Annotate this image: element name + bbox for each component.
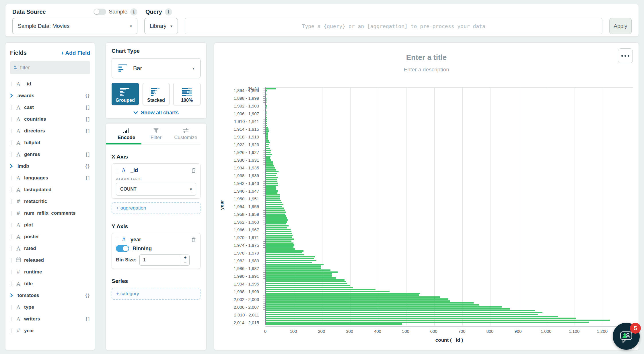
field-item-rated[interactable]: Arated (10, 242, 90, 254)
bar (266, 103, 266, 105)
field-item-poster[interactable]: Aposter (10, 231, 90, 242)
bar (266, 128, 269, 130)
field-type-badge: [] (86, 105, 90, 110)
field-filter-input[interactable] (20, 65, 87, 71)
query-input[interactable] (185, 18, 602, 34)
string-type-icon: A (15, 234, 22, 240)
field-item-cast[interactable]: Acast[] (10, 101, 90, 113)
field-item-genres[interactable]: Agenres[] (10, 148, 90, 160)
bar (266, 156, 271, 157)
chevron-right-icon[interactable] (10, 93, 13, 98)
bar (266, 212, 286, 213)
drag-handle-icon (10, 317, 12, 321)
aggregate-select[interactable]: COUNT ▾ (116, 183, 196, 195)
chart-subtype-stacked[interactable]: Stacked (143, 83, 170, 105)
chart-description-placeholder[interactable]: Enter a description (214, 67, 639, 73)
field-filter-box[interactable] (10, 61, 90, 74)
bar (266, 123, 267, 124)
field-item-lastupdated[interactable]: Alastupdated (10, 184, 90, 195)
delete-field-icon[interactable] (191, 237, 196, 242)
chart-title-placeholder[interactable]: Enter a title (214, 53, 639, 62)
field-item-directors[interactable]: Adirectors[] (10, 125, 90, 137)
y-tick-label: 1,958 - 1,959 (234, 212, 259, 216)
plot-area (265, 87, 633, 325)
binning-toggle[interactable] (116, 245, 129, 252)
x-axis-title: X Axis (112, 154, 201, 160)
bar (266, 161, 273, 163)
y-tick-label: 1,974 - 1,975 (234, 242, 259, 247)
add-category-dropzone[interactable]: + category (112, 288, 201, 300)
tab-filter[interactable]: Filter (141, 127, 171, 144)
field-type-badge: {} (85, 93, 90, 98)
add-aggregation-dropzone[interactable]: + aggregation (112, 202, 201, 214)
bar (266, 223, 286, 224)
bar (266, 173, 277, 174)
query-info-icon[interactable]: i (165, 8, 172, 15)
y-tick-label: 1,970 - 1,971 (234, 235, 259, 240)
chevron-right-icon[interactable] (10, 164, 13, 168)
field-item-year[interactable]: #year (10, 325, 90, 337)
bar (266, 273, 332, 275)
x-tick-label: 500 (402, 329, 409, 334)
bar (266, 308, 510, 310)
drag-handle-icon (10, 270, 12, 274)
bar (266, 252, 302, 253)
increment-button[interactable]: + (181, 255, 190, 260)
data-source-select[interactable]: Sample Data: Movies ▾ (12, 18, 137, 34)
bar (266, 289, 375, 290)
x-axis-tick-labels: 01002003004005006007008009001,0001,1001,… (265, 329, 633, 335)
field-item-imdb[interactable]: imdb{} (10, 160, 90, 172)
field-item-fullplot[interactable]: Afullplot (10, 137, 90, 148)
sample-toggle[interactable] (94, 9, 106, 15)
decrement-button[interactable]: − (181, 260, 190, 266)
field-item-metacritic[interactable]: #metacritic (10, 195, 90, 207)
field-item-writers[interactable]: Awriters[] (10, 313, 90, 325)
field-item-_id[interactable]: A_id (10, 78, 90, 90)
chart-subtype-100[interactable]: 100% (173, 83, 201, 105)
bar (266, 310, 535, 311)
y-tick-label: 1,922 - 1,923 (234, 142, 259, 147)
field-item-title[interactable]: Atitle (10, 278, 90, 290)
field-item-languages[interactable]: Alanguages[] (10, 172, 90, 184)
number-type-icon: # (120, 237, 127, 243)
bar (266, 194, 280, 195)
chart-type-select[interactable]: Bar ▾ (112, 58, 201, 78)
support-chat-button[interactable]: 5 (613, 323, 640, 350)
drag-handle-icon[interactable] (116, 238, 118, 242)
bar (266, 92, 266, 93)
bar (266, 296, 440, 298)
bar (266, 235, 293, 236)
y-tick-label: 1,950 - 1,951 (234, 196, 259, 201)
field-item-type[interactable]: Atype (10, 301, 90, 313)
grouped-label: Grouped (116, 98, 135, 103)
bin-size-input[interactable] (139, 254, 182, 266)
field-item-plot[interactable]: Aplot (10, 219, 90, 231)
field-name: runtime (24, 269, 42, 275)
y-axis-title: Y Axis (112, 223, 201, 230)
field-item-awards[interactable]: awards{} (10, 90, 90, 101)
caret-down-icon: ▾ (190, 187, 192, 191)
field-type-badge: [] (86, 175, 90, 181)
chart-menu-button[interactable] (618, 48, 633, 63)
field-item-runtime[interactable]: #runtime (10, 266, 90, 278)
library-select[interactable]: Library ▾ (144, 18, 178, 34)
drag-handle-icon[interactable] (116, 168, 118, 173)
tab-encode[interactable]: Encode (112, 127, 141, 144)
bar (266, 233, 292, 234)
chart-subtype-grouped[interactable]: Grouped (112, 83, 139, 105)
show-all-charts-link[interactable]: Show all charts (112, 110, 201, 116)
add-field-button[interactable]: + Add Field (61, 50, 90, 56)
tab-customize[interactable]: Customize (171, 127, 201, 144)
delete-field-icon[interactable] (191, 168, 196, 173)
bar (266, 306, 502, 308)
apply-button[interactable]: Apply (609, 18, 632, 34)
field-item-num_mflix_comments[interactable]: #num_mflix_comments (10, 207, 90, 219)
field-item-countries[interactable]: Acountries[] (10, 113, 90, 125)
field-item-released[interactable]: released (10, 254, 90, 266)
bar (266, 322, 589, 323)
field-item-tomatoes[interactable]: tomatoes{} (10, 290, 90, 301)
bar (266, 279, 345, 281)
sample-info-icon[interactable]: i (130, 8, 137, 15)
string-type-icon: A (15, 140, 22, 146)
chevron-right-icon[interactable] (10, 293, 13, 298)
